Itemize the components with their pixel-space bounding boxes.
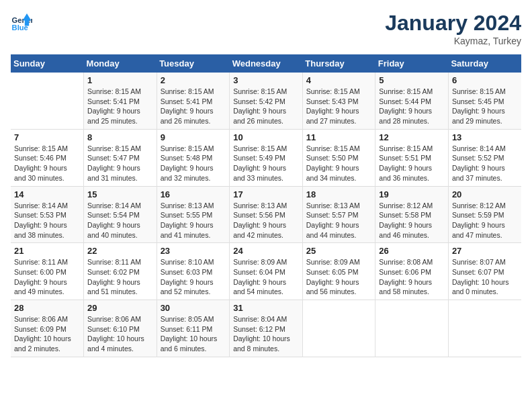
day-number: 1: [87, 75, 153, 85]
day-number: 13: [452, 132, 518, 142]
calendar-cell: 1Sunrise: 8:15 AMSunset: 5:41 PMDaylight…: [84, 73, 157, 129]
day-number: 5: [379, 75, 445, 85]
calendar-cell: 31Sunrise: 8:04 AMSunset: 6:12 PMDayligh…: [230, 300, 303, 357]
day-info: Sunrise: 8:15 AMSunset: 5:42 PMDaylight:…: [233, 87, 299, 126]
day-number: 15: [87, 189, 153, 199]
day-number: 26: [379, 246, 445, 256]
day-number: 12: [379, 132, 445, 142]
day-number: 9: [161, 132, 226, 142]
calendar-cell: 21Sunrise: 8:11 AMSunset: 6:00 PMDayligh…: [11, 243, 84, 300]
calendar-cell: 26Sunrise: 8:08 AMSunset: 6:06 PMDayligh…: [375, 243, 449, 300]
day-info: Sunrise: 8:15 AMSunset: 5:46 PMDaylight:…: [14, 144, 80, 183]
day-info: Sunrise: 8:10 AMSunset: 6:03 PMDaylight:…: [161, 257, 226, 297]
calendar-cell: [375, 300, 449, 357]
weekday-header-sunday: Sunday: [11, 54, 84, 73]
day-number: 3: [233, 75, 299, 85]
logo: General Blue: [11, 11, 32, 32]
day-info: Sunrise: 8:09 AMSunset: 6:05 PMDaylight:…: [306, 257, 372, 297]
day-number: 21: [14, 246, 80, 256]
day-number: 31: [233, 303, 299, 313]
day-info: Sunrise: 8:15 AMSunset: 5:41 PMDaylight:…: [161, 87, 226, 126]
day-info: Sunrise: 8:04 AMSunset: 6:12 PMDaylight:…: [233, 314, 299, 354]
day-info: Sunrise: 8:15 AMSunset: 5:49 PMDaylight:…: [233, 144, 299, 183]
calendar-cell: 18Sunrise: 8:13 AMSunset: 5:57 PMDayligh…: [302, 186, 375, 243]
day-info: Sunrise: 8:13 AMSunset: 5:56 PMDaylight:…: [233, 201, 299, 240]
weekday-header-saturday: Saturday: [448, 54, 521, 73]
calendar-cell: 23Sunrise: 8:10 AMSunset: 6:03 PMDayligh…: [157, 243, 230, 300]
day-number: 24: [233, 246, 299, 256]
day-info: Sunrise: 8:14 AMSunset: 5:53 PMDaylight:…: [14, 201, 80, 240]
day-info: Sunrise: 8:15 AMSunset: 5:50 PMDaylight:…: [306, 144, 372, 183]
day-info: Sunrise: 8:15 AMSunset: 5:45 PMDaylight:…: [452, 87, 518, 126]
day-info: Sunrise: 8:14 AMSunset: 5:52 PMDaylight:…: [452, 144, 518, 183]
calendar-week-2: 7Sunrise: 8:15 AMSunset: 5:46 PMDaylight…: [11, 129, 521, 186]
calendar-cell: 8Sunrise: 8:15 AMSunset: 5:47 PMDaylight…: [84, 129, 157, 186]
day-info: Sunrise: 8:11 AMSunset: 6:00 PMDaylight:…: [14, 257, 80, 297]
day-info: Sunrise: 8:12 AMSunset: 5:58 PMDaylight:…: [379, 201, 445, 240]
calendar-cell: 17Sunrise: 8:13 AMSunset: 5:56 PMDayligh…: [230, 186, 303, 243]
logo-icon: General Blue: [11, 11, 32, 32]
day-info: Sunrise: 8:13 AMSunset: 5:57 PMDaylight:…: [306, 201, 372, 240]
title-block: January 2024 Kaymaz, Turkey: [385, 11, 521, 46]
month-title: January 2024: [385, 11, 521, 36]
day-number: 27: [452, 246, 518, 256]
weekday-header-friday: Friday: [375, 54, 449, 73]
day-number: 2: [161, 75, 226, 85]
calendar-cell: 29Sunrise: 8:06 AMSunset: 6:10 PMDayligh…: [84, 300, 157, 357]
day-info: Sunrise: 8:05 AMSunset: 6:11 PMDaylight:…: [161, 314, 226, 354]
day-number: 28: [14, 303, 80, 313]
calendar-cell: 16Sunrise: 8:13 AMSunset: 5:55 PMDayligh…: [157, 186, 230, 243]
calendar-cell: 10Sunrise: 8:15 AMSunset: 5:49 PMDayligh…: [230, 129, 303, 186]
day-number: 10: [233, 132, 299, 142]
day-number: 23: [161, 246, 226, 256]
calendar-cell: [11, 73, 84, 129]
day-number: 22: [87, 246, 153, 256]
calendar-cell: 25Sunrise: 8:09 AMSunset: 6:05 PMDayligh…: [302, 243, 375, 300]
weekday-header-thursday: Thursday: [302, 54, 375, 73]
calendar-cell: 13Sunrise: 8:14 AMSunset: 5:52 PMDayligh…: [448, 129, 521, 186]
day-info: Sunrise: 8:14 AMSunset: 5:54 PMDaylight:…: [87, 201, 153, 240]
day-number: 4: [306, 75, 372, 85]
weekday-header-tuesday: Tuesday: [157, 54, 230, 73]
day-number: 14: [14, 189, 80, 199]
day-number: 8: [87, 132, 153, 142]
calendar-week-3: 14Sunrise: 8:14 AMSunset: 5:53 PMDayligh…: [11, 186, 521, 243]
day-number: 25: [306, 246, 372, 256]
calendar-cell: 2Sunrise: 8:15 AMSunset: 5:41 PMDaylight…: [157, 73, 230, 129]
day-info: Sunrise: 8:15 AMSunset: 5:48 PMDaylight:…: [161, 144, 226, 183]
day-info: Sunrise: 8:11 AMSunset: 6:02 PMDaylight:…: [87, 257, 153, 297]
calendar-cell: 7Sunrise: 8:15 AMSunset: 5:46 PMDaylight…: [11, 129, 84, 186]
day-info: Sunrise: 8:07 AMSunset: 6:07 PMDaylight:…: [452, 257, 518, 297]
day-number: 7: [14, 132, 80, 142]
calendar-cell: 19Sunrise: 8:12 AMSunset: 5:58 PMDayligh…: [375, 186, 449, 243]
day-number: 6: [452, 75, 518, 85]
day-number: 18: [306, 189, 372, 199]
calendar-cell: 27Sunrise: 8:07 AMSunset: 6:07 PMDayligh…: [448, 243, 521, 300]
day-number: 19: [379, 189, 445, 199]
calendar-cell: 24Sunrise: 8:09 AMSunset: 6:04 PMDayligh…: [230, 243, 303, 300]
calendar-cell: 6Sunrise: 8:15 AMSunset: 5:45 PMDaylight…: [448, 73, 521, 129]
day-number: 11: [306, 132, 372, 142]
day-info: Sunrise: 8:08 AMSunset: 6:06 PMDaylight:…: [379, 257, 445, 297]
weekday-header-monday: Monday: [84, 54, 157, 73]
day-info: Sunrise: 8:06 AMSunset: 6:09 PMDaylight:…: [14, 314, 80, 354]
page-header: General Blue January 2024 Kaymaz, Turkey: [11, 11, 521, 46]
calendar-week-4: 21Sunrise: 8:11 AMSunset: 6:00 PMDayligh…: [11, 243, 521, 300]
calendar-cell: 14Sunrise: 8:14 AMSunset: 5:53 PMDayligh…: [11, 186, 84, 243]
calendar-week-1: 1Sunrise: 8:15 AMSunset: 5:41 PMDaylight…: [11, 73, 521, 129]
day-info: Sunrise: 8:15 AMSunset: 5:41 PMDaylight:…: [87, 87, 153, 126]
day-info: Sunrise: 8:09 AMSunset: 6:04 PMDaylight:…: [233, 257, 299, 297]
calendar-cell: 9Sunrise: 8:15 AMSunset: 5:48 PMDaylight…: [157, 129, 230, 186]
calendar-cell: 22Sunrise: 8:11 AMSunset: 6:02 PMDayligh…: [84, 243, 157, 300]
day-info: Sunrise: 8:15 AMSunset: 5:43 PMDaylight:…: [306, 87, 372, 126]
day-number: 16: [161, 189, 226, 199]
calendar-cell: 12Sunrise: 8:15 AMSunset: 5:51 PMDayligh…: [375, 129, 449, 186]
calendar-cell: 4Sunrise: 8:15 AMSunset: 5:43 PMDaylight…: [302, 73, 375, 129]
calendar-cell: 15Sunrise: 8:14 AMSunset: 5:54 PMDayligh…: [84, 186, 157, 243]
calendar-body: 1Sunrise: 8:15 AMSunset: 5:41 PMDaylight…: [11, 73, 521, 357]
day-info: Sunrise: 8:13 AMSunset: 5:55 PMDaylight:…: [161, 201, 226, 240]
day-info: Sunrise: 8:15 AMSunset: 5:44 PMDaylight:…: [379, 87, 445, 126]
day-number: 29: [87, 303, 153, 313]
calendar-cell: 5Sunrise: 8:15 AMSunset: 5:44 PMDaylight…: [375, 73, 449, 129]
day-info: Sunrise: 8:15 AMSunset: 5:47 PMDaylight:…: [87, 144, 153, 183]
